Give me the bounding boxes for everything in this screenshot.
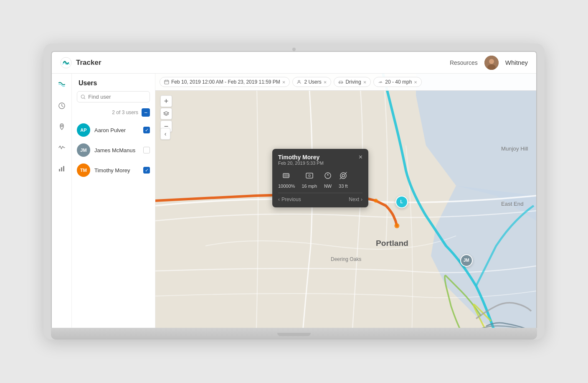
laptop-notch [277, 333, 311, 336]
svg-point-17 [394, 223, 399, 228]
laptop-camera [292, 48, 296, 51]
filter-bar: Feb 10, 2019 12:00 AM - Feb 23, 2019 11:… [155, 74, 536, 91]
popup-header: Timothy Morey Feb 20, 2019 5:33 PM × [278, 154, 362, 170]
logo-icon [60, 57, 72, 69]
search-icon [81, 94, 86, 100]
resources-link[interactable]: Resources [450, 59, 478, 66]
date-filter-chip[interactable]: Feb 10, 2019 12:00 AM - Feb 23, 2019 11:… [160, 77, 290, 87]
user-item-james[interactable]: JM James McManus [72, 140, 155, 160]
user-count-bar: 2 of 3 users − [72, 107, 155, 120]
next-label: Next [349, 197, 359, 202]
speed-filter-chip[interactable]: 20 - 40 mph × [373, 77, 422, 87]
marker-james[interactable]: JM [460, 254, 473, 267]
popup-accuracy-value: 33 ft [339, 184, 347, 189]
laptop-base [51, 328, 537, 340]
driving-icon [338, 79, 343, 84]
topbar-left: Tracker [60, 57, 101, 69]
users-filter-chip[interactable]: 2 Users × [292, 77, 331, 87]
svg-rect-26 [306, 173, 313, 178]
speed-filter-close[interactable]: × [414, 79, 417, 85]
prev-label: Previous [281, 197, 301, 202]
zoom-in-button[interactable]: + [160, 95, 172, 107]
calendar-icon [164, 79, 169, 84]
deselect-button[interactable]: − [142, 108, 150, 117]
popup-prev-button[interactable]: ‹ Previous [278, 197, 301, 202]
direction-icon [324, 171, 332, 182]
date-filter-label: Feb 10, 2019 12:00 AM - Feb 23, 2019 11:… [171, 79, 280, 85]
map-controls: + − [160, 95, 172, 132]
user-badge-tm: TM [77, 163, 90, 177]
popup-close-button[interactable]: × [359, 154, 362, 161]
user-item-aaron[interactable]: AP Aaron Pulver [72, 120, 155, 140]
popup-left: Timothy Morey Feb 20, 2019 5:33 PM [278, 154, 324, 170]
topbar-right: Resources Whitney [450, 56, 528, 70]
svg-point-2 [489, 59, 494, 64]
sidebar-icon-tracker[interactable] [56, 79, 68, 91]
user-item-timothy[interactable]: TM Timothy Morey [72, 160, 155, 180]
svg-point-11 [298, 80, 300, 82]
search-input[interactable] [88, 94, 146, 100]
date-filter-close[interactable]: × [282, 79, 286, 85]
popup-name: Timothy Morey [278, 154, 324, 161]
users-filter-close[interactable]: × [324, 79, 327, 85]
users-filter-label: 2 Users [304, 79, 321, 85]
popup-stats: 10000% 16 mph [278, 171, 362, 189]
user-count: 2 of 3 users [112, 110, 138, 115]
sidebar-icon-location[interactable] [56, 120, 68, 133]
panel-title: Users [72, 74, 155, 91]
username: Whitney [505, 59, 528, 66]
popup-date: Feb 20, 2019 5:33 PM [278, 161, 324, 166]
map-popup: Timothy Morey Feb 20, 2019 5:33 PM × [272, 149, 368, 207]
svg-point-18 [374, 199, 378, 203]
popup-stat-direction: NW [324, 171, 332, 189]
map-background[interactable]: Portland Munjoy Hill East End Deering Oa… [155, 74, 536, 328]
avatar[interactable] [484, 56, 499, 70]
user-panel: Users 2 of 3 users − AP [72, 74, 155, 328]
popup-stat-speed: 16 mph [302, 171, 317, 189]
user-name-ap: Aaron Pulver [94, 127, 139, 133]
user-badge-ap: AP [77, 123, 90, 137]
driving-filter-label: Driving [345, 79, 361, 85]
topbar: Tracker Resources Whitney [52, 52, 536, 74]
main-content: Users 2 of 3 users − AP [52, 74, 536, 328]
svg-text:Portland: Portland [376, 239, 408, 248]
speed-icon [378, 79, 383, 84]
sidebar-icon-chart[interactable] [56, 162, 68, 175]
driving-filter-close[interactable]: × [363, 79, 367, 85]
sidebar-icon-activity[interactable] [56, 141, 68, 154]
user-checkbox-jm[interactable] [143, 147, 150, 153]
user-name-jm: James McManus [94, 147, 139, 153]
collapse-panel-button[interactable]: ‹ [160, 128, 170, 140]
user-badge-jm: JM [77, 143, 90, 157]
svg-rect-25 [284, 174, 289, 177]
user-checkbox-ap[interactable] [143, 127, 150, 133]
svg-point-29 [342, 174, 345, 177]
svg-point-5 [61, 125, 63, 127]
app-title: Tracker [76, 59, 101, 67]
svg-text:Deering Oaks: Deering Oaks [331, 256, 361, 262]
map-area: Feb 10, 2019 12:00 AM - Feb 23, 2019 11:… [155, 74, 536, 328]
users-icon [297, 79, 302, 84]
prev-arrow: ‹ [278, 197, 280, 202]
svg-rect-10 [165, 80, 169, 84]
popup-battery-value: 10000% [278, 184, 295, 189]
driving-filter-chip[interactable]: Driving × [334, 77, 371, 87]
next-arrow: › [361, 197, 362, 202]
marker-timothy[interactable]: L [395, 196, 408, 208]
speed-popup-icon [305, 171, 314, 182]
avatar-image [484, 56, 499, 70]
popup-nav: ‹ Previous Next › [278, 193, 362, 202]
svg-text:East End: East End [501, 201, 524, 207]
popup-stat-accuracy: 33 ft [339, 171, 347, 189]
layers-button[interactable] [160, 108, 172, 120]
layers-icon [163, 111, 169, 117]
search-box[interactable] [77, 91, 150, 102]
svg-rect-8 [63, 166, 64, 171]
svg-text:Munjoy Hill: Munjoy Hill [501, 146, 528, 152]
user-checkbox-tm[interactable] [143, 167, 150, 174]
battery-icon [282, 171, 291, 182]
accuracy-icon [339, 171, 347, 182]
sidebar-icon-history[interactable] [56, 100, 68, 112]
popup-stat-battery: 10000% [278, 171, 295, 189]
popup-next-button[interactable]: Next › [349, 197, 362, 202]
